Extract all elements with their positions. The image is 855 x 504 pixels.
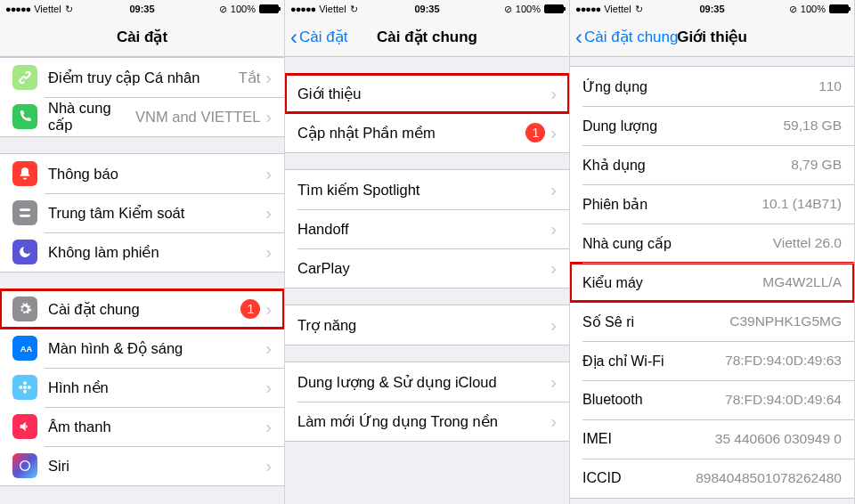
chevron-right-icon: › [265,203,272,224]
chevron-right-icon: › [265,68,272,88]
row-label: Nhà cung cấp [48,100,135,134]
info-value: 10.1 (14B71) [761,196,842,212]
row-label: Handoff [297,221,545,238]
row-wallpaper[interactable]: Hình nền› [0,368,284,407]
battery-icon [829,4,849,13]
switches-icon [12,200,37,225]
row-sounds[interactable]: Âm thanh› [0,407,284,446]
info-label: Kiểu máy [582,274,762,291]
row-label: Giới thiệu [297,85,545,102]
row-label: Điểm truy cập Cá nhân [48,69,239,86]
row-spotlight[interactable]: Tìm kiếm Spotlight› [285,170,569,209]
chevron-right-icon: › [265,242,272,263]
carrier-name: Viettel [319,4,346,14]
back-button[interactable]: ‹ Cài đặt chung [575,27,678,48]
gear-icon [12,297,37,321]
chain-icon [12,65,37,90]
info-iccid: ICCID8984048501078262480 [570,459,854,498]
row-carplay[interactable]: CarPlay› [285,248,569,288]
nav-bar: Cài đặt [0,18,284,57]
svg-point-4 [23,381,27,385]
info-label: Địa chỉ Wi-Fi [582,353,725,370]
row-notifications[interactable]: Thông báo› [0,154,284,193]
info-value: 110 [818,78,842,94]
general-content[interactable]: Giới thiệu›Cập nhật Phần mềm1› Tìm kiếm … [285,57,569,504]
row-personal-hotspot[interactable]: Điểm truy cập Cá nhânTắt› [0,58,284,97]
svg-point-6 [19,386,22,389]
orientation-lock-icon: ⊘ [789,4,797,15]
chevron-right-icon: › [265,417,272,437]
battery-icon [259,4,279,13]
row-value: Tắt [239,69,261,86]
chevron-right-icon: › [550,84,557,104]
moon-icon [12,240,37,264]
row-label: Không làm phiền [48,244,260,261]
row-carrier[interactable]: Nhà cung cấpVNM and VIETTEL› [0,97,284,136]
general-panel: ●●●●● Viettel ↻ 09:35 ⊘ 100% ‹ Cài đặt C… [285,0,570,504]
about-content[interactable]: Ứng dụng110Dung lượng59,18 GBKhả dụng8,7… [570,57,854,504]
info-value: 8,79 GB [791,157,842,173]
row-handoff[interactable]: Handoff› [285,209,569,248]
chevron-right-icon: › [550,372,557,393]
row-value: VNM and VIETTEL [135,109,260,126]
info-label: Nhà cung cấp [582,235,773,252]
info-bluetooth: Bluetooth78:FD:94:0D:49:64 [570,380,854,419]
chevron-left-icon: ‹ [575,27,582,48]
svg-text:AA: AA [20,345,32,354]
info-label: Dung lượng [582,118,784,134]
row-display[interactable]: AAMàn hình & Độ sáng› [0,329,284,368]
info-value: Viettel 26.0 [773,235,842,251]
row-about[interactable]: Giới thiệu› [285,74,569,113]
row-background-app-refresh[interactable]: Làm mới Ứng dụng Trong nền› [285,402,569,441]
status-bar: ●●●●● Viettel ↻ 09:35 ⊘ 100% [285,0,569,18]
row-label: Tìm kiếm Spotlight [297,182,545,199]
row-siri[interactable]: Siri› [0,446,284,485]
sync-icon: ↻ [350,4,358,15]
info-wifi-address: Địa chỉ Wi-Fi78:FD:94:0D:49:63 [570,341,854,380]
svg-point-7 [28,386,31,389]
bell-icon [12,161,37,186]
badge: 1 [240,299,260,319]
row-label: Âm thanh [48,419,260,435]
row-general[interactable]: Cài đặt chung1› [0,289,284,329]
row-label: Cập nhật Phần mềm [297,125,520,142]
info-value: C39NPHK1G5MG [729,313,842,329]
carrier-name: Viettel [34,4,61,14]
chevron-right-icon: › [265,299,272,320]
flower-icon [12,375,37,400]
row-label: CarPlay [297,260,545,277]
signal-dots: ●●●●● [290,4,315,14]
row-accessibility[interactable]: Trợ năng› [285,305,569,345]
svg-point-8 [20,461,30,471]
speaker-icon [12,414,37,439]
battery-pct: 100% [231,4,256,14]
info-imei: IMEI35 440606 030949 0 [570,419,854,459]
chevron-right-icon: › [550,258,557,279]
row-software-update[interactable]: Cập nhật Phần mềm1› [285,113,569,152]
info-label: IMEI [582,431,715,447]
chevron-right-icon: › [265,456,272,476]
info-label: Khả dụng [582,157,791,174]
info-value: 8984048501078262480 [696,470,842,486]
status-bar: ●●●●● Viettel ↻ 09:35 ⊘ 100% [570,0,854,18]
info-value: 35 440606 030949 0 [715,431,842,447]
info-label: Ứng dụng [582,78,818,95]
row-control-center[interactable]: Trung tâm Kiểm soát› [0,193,284,232]
battery-icon [544,4,564,13]
row-do-not-disturb[interactable]: Không làm phiền› [0,232,284,272]
chevron-right-icon: › [265,164,272,184]
orientation-lock-icon: ⊘ [504,4,512,15]
settings-content[interactable]: Điểm truy cập Cá nhânTắt›Nhà cung cấpVNM… [0,57,284,504]
info-value: 78:FD:94:0D:49:64 [725,392,842,408]
row-label: Màn hình & Độ sáng [48,340,260,357]
info-available: Khả dụng8,79 GB [570,145,854,184]
info-carrier: Nhà cung cấpViettel 26.0 [570,224,854,263]
row-storage-icloud[interactable]: Dung lượng & Sử dụng iCloud› [285,362,569,402]
back-button[interactable]: ‹ Cài đặt [290,27,347,48]
row-label: Cài đặt chung [48,301,235,318]
signal-dots: ●●●●● [5,4,30,14]
svg-point-5 [23,390,27,394]
badge: 1 [525,123,545,142]
chevron-right-icon: › [550,123,557,143]
row-label: Hình nền [48,379,260,396]
